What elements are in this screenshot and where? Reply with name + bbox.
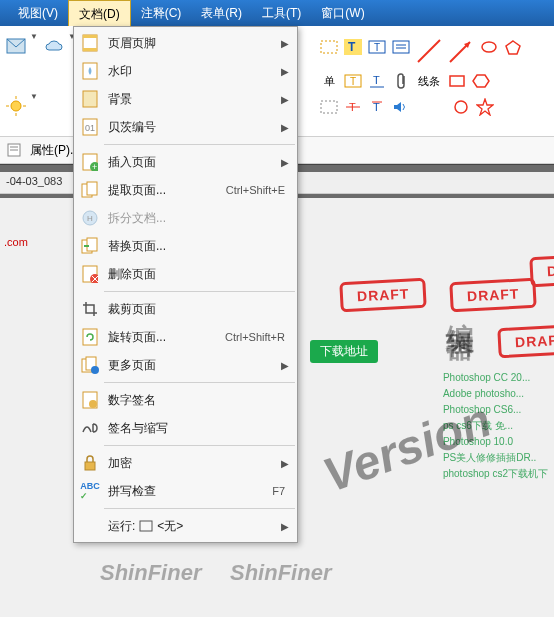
selection-tool[interactable] [318,96,340,118]
select-area-tool[interactable]: 单 [318,70,340,92]
svg-rect-58 [140,521,152,531]
spellcheck-icon: ABC✓ [78,481,102,501]
menu-digital-sign[interactable]: 数字签名 [74,386,297,414]
watermark-icon [78,61,102,81]
menu-more-pages[interactable]: 更多页面 ▶ [74,351,297,379]
text-box-tool[interactable]: T [366,36,388,58]
arrow-tool[interactable] [446,36,476,66]
menu-watermark[interactable]: 水印 ▶ [74,57,297,85]
textfield-tool[interactable]: T [342,70,364,92]
draft-stamp: DRAFT [497,324,554,358]
underline-tool[interactable]: T [366,70,388,92]
chevron-down-icon[interactable]: ▼ [30,32,38,70]
shortcut-text: Ctrl+Shift+R [225,331,285,343]
note-tool[interactable] [390,36,412,58]
svg-text:01: 01 [85,123,95,133]
svg-point-27 [455,101,467,113]
svg-rect-11 [393,41,409,53]
run-value: <无> [157,518,183,535]
mail-icon [6,38,26,54]
menu-sign-initials[interactable]: 签名与缩写 [74,414,297,442]
menu-header-footer[interactable]: 页眉页脚 ▶ [74,29,297,57]
document-menu: 页眉页脚 ▶ 水印 ▶ 背景 ▶ 01 贝茨编号 ▶ + 插入页面 ▶ 提取页面… [73,26,298,543]
line-style-label[interactable]: 线条 [418,74,440,89]
lock-icon [78,453,102,473]
menu-form[interactable]: 表单(R) [191,0,252,26]
chevron-right-icon: ▶ [281,66,289,77]
menu-insert-page[interactable]: + 插入页面 ▶ [74,148,297,176]
download-button[interactable]: 下载地址 [310,340,378,363]
menu-window[interactable]: 窗口(W) [311,0,374,26]
menu-crop-page[interactable]: 裁剪页面 [74,295,297,323]
rect-shape[interactable] [446,70,468,92]
menu-rotate-page[interactable]: 旋转页面... Ctrl+Shift+R [74,323,297,351]
chevron-right-icon: ▶ [281,94,289,105]
menu-separator [104,291,295,292]
mail-button[interactable] [2,32,30,60]
svg-line-14 [418,40,440,62]
extract-page-icon [78,180,102,200]
chevron-right-icon: ▶ [281,521,289,532]
split-doc-icon: H [78,208,102,228]
menu-split-doc[interactable]: H 拆分文档... [74,204,297,232]
pentagon-shape[interactable] [502,36,524,58]
sign-initials-icon [78,418,102,438]
watermark-brand: ShinFiner [100,560,201,586]
sun-button[interactable] [2,92,30,120]
digital-sign-icon [78,390,102,410]
cloud-button[interactable] [40,32,68,60]
svg-point-16 [482,42,496,52]
menu-document[interactable]: 文档(D) [68,0,131,26]
svg-rect-32 [83,35,97,38]
shortcut-text: Ctrl+Shift+E [226,184,285,196]
replace-page-icon [78,236,102,256]
rotate-icon [78,327,102,347]
content-link: .com [4,236,28,248]
properties-icon [6,142,22,158]
star-shape[interactable] [474,96,496,118]
cloud-icon [44,38,64,54]
chevron-down-icon[interactable]: ▼ [30,92,38,130]
svg-rect-57 [85,462,95,470]
svg-rect-51 [83,329,97,345]
menu-tools[interactable]: 工具(T) [252,0,311,26]
menu-separator [104,382,295,383]
menu-bates[interactable]: 01 贝茨编号 ▶ [74,113,297,141]
hexagon-shape[interactable] [470,70,492,92]
svg-rect-6 [321,41,337,53]
watermark-brand: ShinFiner [230,560,331,586]
dashed-rect-tool[interactable] [318,36,340,58]
svg-rect-33 [83,48,97,51]
text-anno-tool[interactable]: T [366,96,388,118]
chevron-right-icon: ▶ [281,458,289,469]
attachment-tool[interactable] [390,70,412,92]
circle-shape[interactable] [450,96,472,118]
speaker-icon [393,100,409,114]
text-highlight-tool[interactable]: T [342,36,364,58]
delete-page-icon [78,264,102,284]
menu-bar: 视图(V) 文档(D) 注释(C) 表单(R) 工具(T) 窗口(W) [0,0,554,26]
sound-tool[interactable] [390,96,412,118]
line-tool[interactable] [414,36,444,66]
paperclip-icon [394,72,408,90]
svg-rect-35 [83,91,97,107]
svg-point-54 [91,366,99,374]
menu-extract-page[interactable]: 提取页面... Ctrl+Shift+E [74,176,297,204]
menu-view[interactable]: 视图(V) [8,0,68,26]
text-strike-tool[interactable]: T [342,96,364,118]
menu-delete-page[interactable]: 删除页面 [74,260,297,288]
menu-annotate[interactable]: 注释(C) [131,0,192,26]
svg-rect-46 [87,238,97,251]
menu-background[interactable]: 背景 ▶ [74,85,297,113]
menu-encrypt[interactable]: 加密 ▶ [74,449,297,477]
run-label: 运行: [108,518,135,535]
svg-text:H: H [87,214,93,223]
menu-replace-page[interactable]: 替换页面... [74,232,297,260]
ellipse-shape[interactable] [478,36,500,58]
shortcut-text: F7 [272,485,285,497]
svg-text:T: T [350,76,356,87]
svg-rect-22 [321,101,337,113]
svg-text:T: T [348,40,356,54]
menu-run-row[interactable]: 运行: <无> ▶ [74,512,297,540]
menu-spellcheck[interactable]: ABC✓ 拼写检查 F7 [74,477,297,505]
